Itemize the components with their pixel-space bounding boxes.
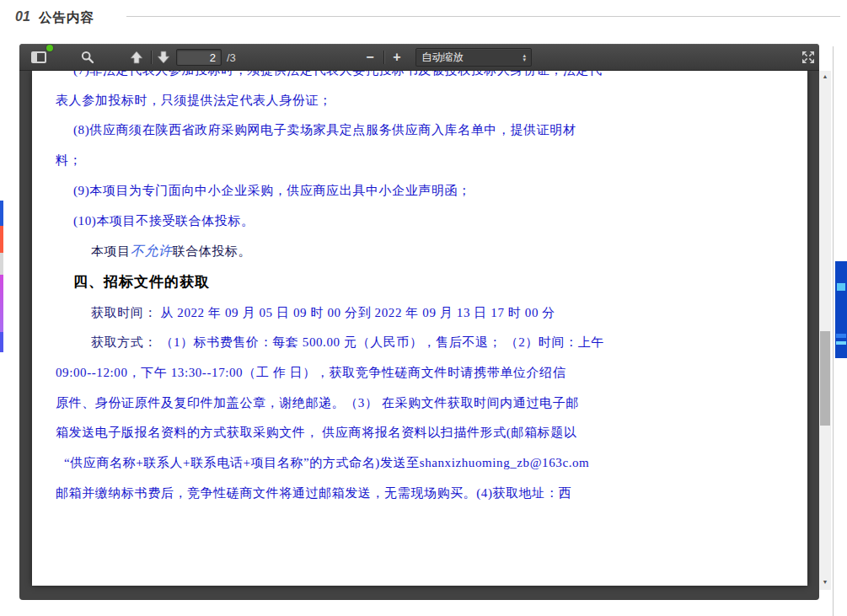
text-segment: 获取方式： <box>91 335 157 349</box>
presentation-mode-button[interactable] <box>798 47 818 67</box>
text-segment: (8)供应商须在陕西省政府采购网电子卖场家具定点服务供应商入库名单中，提供证明材 <box>73 123 576 137</box>
clipped-left-widget-magenta <box>0 275 3 332</box>
search-icon <box>81 51 94 64</box>
text-segment: 从 2022 年 09 月 05 日 09 时 00 分到 2022 年 09 … <box>157 306 555 319</box>
pdf-text-line: (9)本项目为专门面向中小企业采购，供应商应出具中小企业声明函； <box>56 176 794 206</box>
zoom-scale-value: 自动缩放 <box>421 51 523 65</box>
clipped-right-widget-blue <box>835 261 847 358</box>
header-divider <box>126 16 840 17</box>
text-segment: (10)本项目不接受联合体投标。 <box>73 214 255 228</box>
pdf-text-line: (8)供应商须在陕西省政府采购网电子卖场家具定点服务供应商入库名单中，提供证明材 <box>56 115 794 146</box>
text-segment: 原件、身份证原件及复印件加盖公章，谢绝邮递。（3） 在采购文件获取时间内通过电子… <box>56 396 579 410</box>
text-segment: 本项目 <box>91 244 131 258</box>
sidebar-toggle-icon <box>31 51 46 63</box>
text-segment: 获取时间： <box>91 306 157 319</box>
notification-dot <box>46 45 53 51</box>
section-header: 01 公告内容 <box>0 0 847 35</box>
pdf-text-line: 09:00--12:00，下午 13:30--17:00（工 作 日），获取竞争… <box>56 358 794 388</box>
arrow-up-icon <box>130 51 143 64</box>
text-segment: 邮箱并缴纳标书费后，竞争性磋商文件将通过邮箱发送，无需现场购买。(4)获取地址：… <box>56 486 571 500</box>
pdf-text-line: 原件、身份证原件及复印件加盖公章，谢绝邮递。（3） 在采购文件获取时间内通过电子… <box>56 388 794 419</box>
pdf-text-line: 获取方式： （1）标书费售价：每套 500.00 元（人民币），售后不退； （2… <box>56 328 794 358</box>
zoom-scale-select[interactable]: 自动缩放 ▴▾ <box>415 48 532 67</box>
scrollbar-down-arrow[interactable]: ▼ <box>819 576 831 588</box>
scrollbar-thumb[interactable] <box>820 331 830 426</box>
pdf-text-line: 表人参加投标时，只须提供法定代表人身份证； <box>56 86 794 116</box>
pdf-text-line: 本项目不允许联合体投标。 <box>56 236 794 267</box>
clipped-right-widget-detail <box>836 341 846 345</box>
window-right-border <box>833 46 834 616</box>
text-segment: “供应商名称+联系人+联系电话+项目名称”的方式命名)发送至shanxizhuo… <box>64 456 589 469</box>
select-arrows-icon: ▴▾ <box>523 53 526 62</box>
pdf-text-line: (10)本项目不接受联合体投标。 <box>56 206 794 237</box>
next-page-button[interactable] <box>153 47 174 67</box>
clipped-left-widget-violet <box>0 332 3 352</box>
clipped-left-widget-blue <box>0 201 3 226</box>
scrollbar-up-arrow[interactable]: ▲ <box>819 71 831 83</box>
pdf-text-line: 邮箱并缴纳标书费后，竞争性磋商文件将通过邮箱发送，无需现场购买。(4)获取地址：… <box>56 479 794 509</box>
section-number: 01 <box>15 9 30 24</box>
pdf-document-area: (7)非法定代表人参加投标时，须提供法定代表人委托投标书及被授权投标人身份证；法… <box>19 71 819 600</box>
clipped-left-widget-gray <box>0 253 3 275</box>
text-segment: (7)非法定代表人参加投标时，须提供法定代表人委托投标书及被授权投标人身份证；法… <box>73 71 603 77</box>
text-segment: 不允许 <box>131 244 173 258</box>
pdf-text-line: (7)非法定代表人参加投标时，须提供法定代表人委托投标书及被授权投标人身份证；法… <box>56 71 794 86</box>
text-segment: 四、招标文件的获取 <box>73 274 210 290</box>
search-button[interactable] <box>77 47 99 67</box>
pdf-text-line: “供应商名称+联系人+联系电话+项目名称”的方式命名)发送至shanxizhuo… <box>56 448 794 479</box>
text-segment: 09:00--12:00，下午 13:30--17:00（工 作 日），获取竞争… <box>56 366 566 379</box>
page-number-input[interactable] <box>176 49 222 66</box>
text-segment: 联合体投标。 <box>173 244 252 258</box>
pdf-toolbar: /3 − + 自动缩放 ▴▾ <box>19 44 819 71</box>
page-count-label: /3 <box>227 51 236 64</box>
fullscreen-icon <box>801 51 815 64</box>
text-segment: （1）标书费售价：每套 500.00 元（人民币），售后不退； （2）时间：上午 <box>157 335 604 349</box>
arrow-down-icon <box>157 51 170 64</box>
previous-page-button[interactable] <box>126 47 147 67</box>
text-segment: 箱发送电子版报名资料的方式获取采购文件， 供应商将报名资料以扫描件形式(邮箱标题… <box>56 426 576 439</box>
toolbar-separator <box>383 51 384 64</box>
pdf-text-line: 料； <box>56 146 794 176</box>
clipped-right-widget-detail <box>836 334 846 338</box>
toolbar-separator <box>151 51 152 64</box>
clipped-left-widget-orange <box>0 226 3 253</box>
minus-icon: − <box>366 51 373 64</box>
zoom-out-button[interactable]: − <box>360 47 380 67</box>
sidebar-toggle-button[interactable] <box>26 47 51 67</box>
text-segment: (9)本项目为专门面向中小企业采购，供应商应出具中小企业声明函； <box>73 184 471 197</box>
pdf-text-line: 四、招标文件的获取 <box>56 267 794 298</box>
pdf-page: (7)非法定代表人参加投标时，须提供法定代表人委托投标书及被授权投标人身份证；法… <box>32 71 807 586</box>
text-segment: 料； <box>56 153 82 167</box>
pdf-scrollbar[interactable]: ▲ ▼ <box>819 71 831 590</box>
pdf-text-line: 获取时间： 从 2022 年 09 月 05 日 09 时 00 分到 2022… <box>56 298 794 329</box>
pdf-viewer: /3 − + 自动缩放 ▴▾ <box>19 44 819 600</box>
screen: 01 公告内容 <box>0 0 847 616</box>
text-segment: 表人参加投标时，只须提供法定代表人身份证； <box>56 94 332 107</box>
pdf-text-line: 箱发送电子版报名资料的方式获取采购文件， 供应商将报名资料以扫描件形式(邮箱标题… <box>56 418 794 448</box>
clipped-right-widget-detail <box>837 283 845 291</box>
page-title: 公告内容 <box>39 9 94 27</box>
zoom-in-button[interactable]: + <box>387 47 407 67</box>
pdf-page-text: (7)非法定代表人参加投标时，须提供法定代表人委托投标书及被授权投标人身份证；法… <box>56 71 794 509</box>
plus-icon: + <box>393 51 400 64</box>
